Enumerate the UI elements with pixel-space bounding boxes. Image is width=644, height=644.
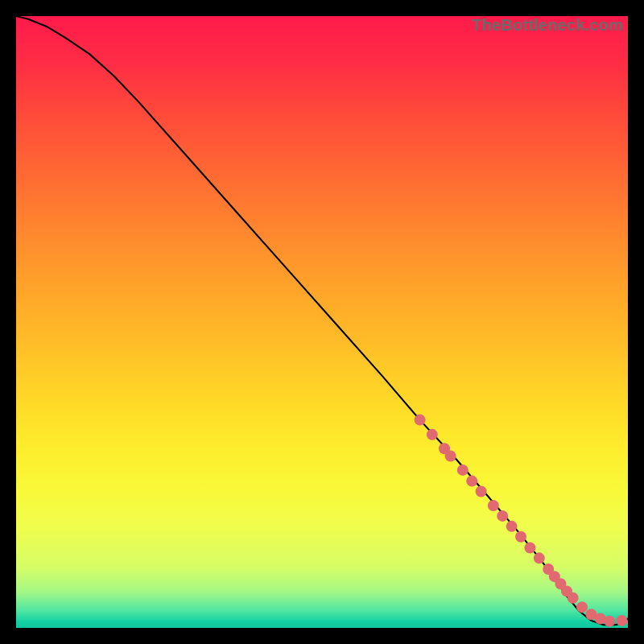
scatter-marker xyxy=(476,486,487,497)
scatter-marker xyxy=(576,601,588,613)
scatter-marker xyxy=(415,415,426,426)
chart-svg xyxy=(16,16,628,628)
attribution-label: TheBottleneck.com xyxy=(472,16,623,35)
scatter-marker xyxy=(616,615,627,626)
scatter-marker xyxy=(488,500,499,511)
curve-path-line xyxy=(16,16,628,625)
scatter-marker xyxy=(506,521,518,532)
scatter-marker xyxy=(534,552,545,564)
scatter-marker xyxy=(604,616,615,627)
curve-path xyxy=(16,16,628,625)
scatter-marker xyxy=(445,450,456,461)
chart-frame: TheBottleneck.com xyxy=(16,16,628,628)
scatter-marker xyxy=(524,542,535,553)
scatter-markers xyxy=(415,415,628,627)
scatter-marker xyxy=(568,592,579,604)
scatter-marker xyxy=(457,464,469,476)
scatter-marker xyxy=(515,531,526,543)
scatter-marker xyxy=(497,510,508,522)
scatter-marker xyxy=(427,429,438,440)
scatter-marker xyxy=(466,476,477,487)
